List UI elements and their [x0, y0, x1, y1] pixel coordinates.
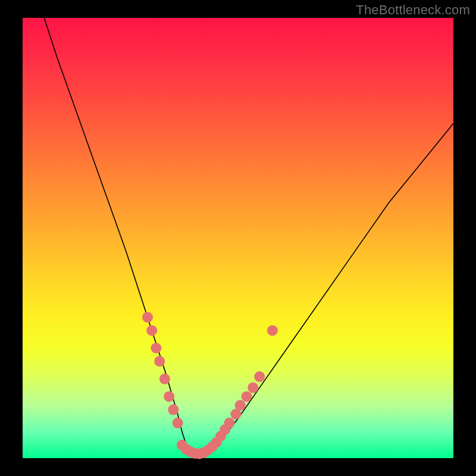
chart-svg	[23, 18, 453, 458]
data-point	[142, 312, 153, 322]
plot-area	[23, 18, 453, 458]
data-points	[142, 312, 278, 459]
data-point	[159, 374, 170, 384]
data-point	[235, 400, 246, 411]
data-point	[168, 405, 178, 415]
data-point	[224, 418, 235, 428]
data-point	[267, 325, 278, 336]
data-point	[164, 391, 174, 402]
data-point	[248, 383, 258, 393]
data-point	[151, 343, 161, 353]
data-point	[242, 391, 252, 402]
data-point	[173, 418, 183, 428]
data-point	[254, 371, 265, 382]
data-point	[146, 325, 157, 336]
watermark-text: TheBottleneck.com	[356, 2, 470, 18]
chart-frame: TheBottleneck.com	[0, 0, 476, 476]
data-point	[154, 356, 165, 367]
